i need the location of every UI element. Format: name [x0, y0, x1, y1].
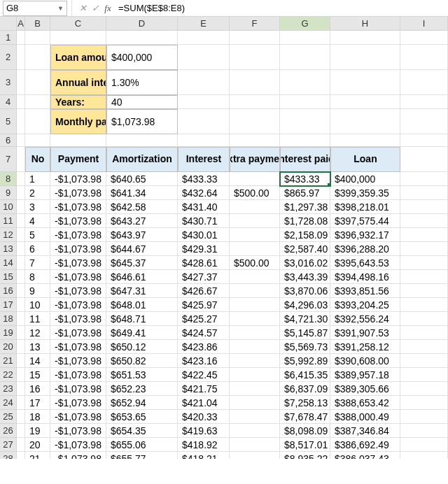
cell-interest[interactable]: $422.45: [178, 368, 230, 382]
cell[interactable]: [230, 95, 280, 109]
cell-extra[interactable]: $500.00: [230, 256, 280, 270]
cell-payment[interactable]: -$1,073.98: [50, 326, 106, 340]
cell[interactable]: [17, 452, 25, 459]
cell[interactable]: [400, 284, 448, 298]
cell-loan[interactable]: $393,204.25: [330, 298, 400, 312]
cell-loan[interactable]: $391,258.12: [330, 340, 400, 354]
cell[interactable]: [400, 172, 448, 186]
cell-no[interactable]: 2: [25, 186, 50, 200]
cell[interactable]: [50, 31, 106, 45]
cell[interactable]: [230, 31, 280, 45]
cell-extra[interactable]: [230, 382, 280, 396]
cell[interactable]: [330, 70, 400, 95]
cell-amort[interactable]: $650.82: [106, 354, 178, 368]
cell-amort[interactable]: $650.12: [106, 340, 178, 354]
cell-payment[interactable]: -$1,073.98: [50, 214, 106, 228]
cell[interactable]: [178, 31, 230, 45]
cell[interactable]: [400, 270, 448, 284]
cell-loan[interactable]: $388,653.42: [330, 396, 400, 410]
cell[interactable]: [25, 95, 50, 109]
cell[interactable]: [25, 45, 50, 70]
cell-interest[interactable]: $419.63: [178, 424, 230, 438]
cell-no[interactable]: 17: [25, 396, 50, 410]
cell[interactable]: [17, 382, 25, 396]
cell-loan[interactable]: $399,359.35: [330, 186, 400, 200]
cell[interactable]: [400, 396, 448, 410]
cell-ipaid[interactable]: $7,258.13: [280, 396, 330, 410]
cell-amort[interactable]: $648.01: [106, 298, 178, 312]
col-header-I[interactable]: I: [400, 17, 448, 31]
cell[interactable]: [400, 95, 448, 109]
cell-extra[interactable]: [230, 242, 280, 256]
cell[interactable]: [17, 284, 25, 298]
row-header-13[interactable]: 13: [0, 242, 17, 256]
cell-amort[interactable]: $643.27: [106, 214, 178, 228]
cell-interest[interactable]: $429.31: [178, 242, 230, 256]
cell-ipaid[interactable]: $5,992.89: [280, 354, 330, 368]
cell[interactable]: [400, 354, 448, 368]
cell-extra[interactable]: [230, 298, 280, 312]
cell-payment[interactable]: -$1,073.98: [50, 382, 106, 396]
cell[interactable]: [17, 186, 25, 200]
cell[interactable]: [25, 134, 50, 147]
cell-no[interactable]: 14: [25, 354, 50, 368]
cell[interactable]: [400, 368, 448, 382]
cell[interactable]: [25, 109, 50, 134]
cell[interactable]: [17, 256, 25, 270]
row-header-1[interactable]: 1: [0, 31, 17, 45]
cell-no[interactable]: 15: [25, 368, 50, 382]
cell-payment[interactable]: -$1,073.98: [50, 312, 106, 326]
cell-extra[interactable]: [230, 438, 280, 452]
col-header-F[interactable]: F: [230, 17, 280, 31]
row-header-9[interactable]: 9: [0, 186, 17, 200]
loan-value[interactable]: $400,000: [106, 45, 178, 70]
cell-extra[interactable]: [230, 284, 280, 298]
cell-interest[interactable]: $423.16: [178, 354, 230, 368]
cell[interactable]: $418.21: [178, 452, 230, 459]
row-header-4[interactable]: 4: [0, 95, 17, 109]
cell-no[interactable]: 8: [25, 270, 50, 284]
cell-no[interactable]: 5: [25, 228, 50, 242]
cell[interactable]: [17, 340, 25, 354]
th-extra[interactable]: Extra payment: [230, 147, 280, 172]
cell[interactable]: [330, 134, 400, 147]
cell-amort[interactable]: $652.23: [106, 382, 178, 396]
cell-loan[interactable]: $388,000.49: [330, 410, 400, 424]
cell-loan[interactable]: $391,907.53: [330, 326, 400, 340]
cell[interactable]: [400, 340, 448, 354]
cell[interactable]: [17, 45, 25, 70]
cell-payment[interactable]: -$1,073.98: [50, 354, 106, 368]
cell[interactable]: $386,037.43: [330, 452, 400, 459]
cell-loan[interactable]: $396,932.17: [330, 228, 400, 242]
cell-amort[interactable]: $654.35: [106, 424, 178, 438]
cell[interactable]: [400, 298, 448, 312]
cell-payment[interactable]: -$1,073.98: [50, 200, 106, 214]
cell[interactable]: [230, 109, 280, 134]
cell-interest[interactable]: $420.33: [178, 410, 230, 424]
cell-ipaid[interactable]: $4,721.30: [280, 312, 330, 326]
cell-interest[interactable]: $418.92: [178, 438, 230, 452]
cell-ipaid[interactable]: $2,587.40: [280, 242, 330, 256]
cell-extra[interactable]: [230, 368, 280, 382]
col-header-E[interactable]: E: [178, 17, 230, 31]
cell[interactable]: [17, 109, 25, 134]
cell[interactable]: [400, 228, 448, 242]
cell[interactable]: [330, 109, 400, 134]
row-header-2[interactable]: 2: [0, 45, 17, 70]
th-interest[interactable]: Interest: [178, 147, 230, 172]
cell-loan[interactable]: $397,575.44: [330, 214, 400, 228]
cell-interest[interactable]: $423.86: [178, 340, 230, 354]
row-header-21[interactable]: 21: [0, 354, 17, 368]
row-header-19[interactable]: 19: [0, 326, 17, 340]
cell-no[interactable]: 6: [25, 242, 50, 256]
cell[interactable]: [400, 452, 448, 459]
cell-ipaid[interactable]: $3,016.02: [280, 256, 330, 270]
cancel-icon[interactable]: ✕: [76, 3, 89, 14]
th-no[interactable]: No: [25, 147, 50, 172]
cell-interest[interactable]: $428.61: [178, 256, 230, 270]
cell-amort[interactable]: $644.67: [106, 242, 178, 256]
cell[interactable]: [17, 326, 25, 340]
cell-amort[interactable]: $649.41: [106, 326, 178, 340]
cell[interactable]: 21: [25, 452, 50, 459]
cell[interactable]: [178, 70, 230, 95]
